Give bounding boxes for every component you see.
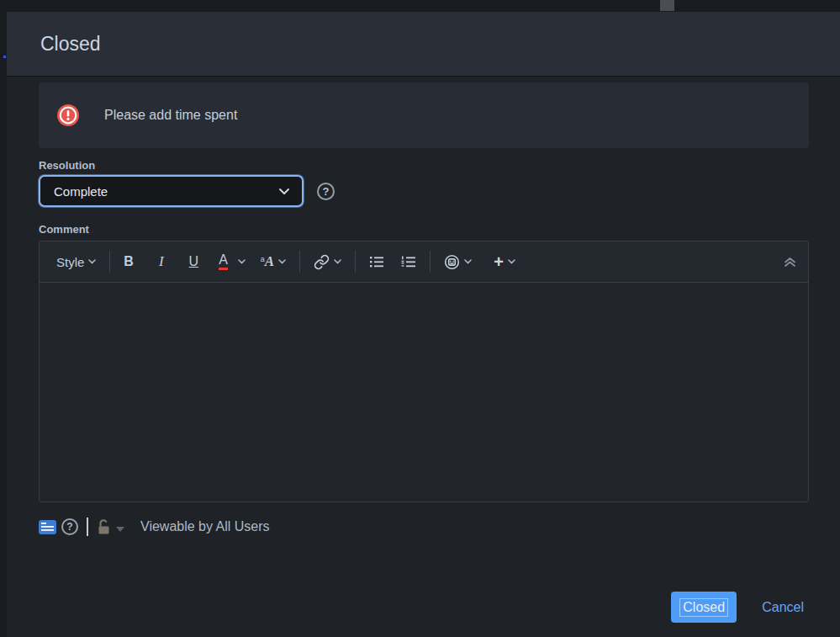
chevron-down-icon	[278, 188, 290, 195]
style-dropdown[interactable]: Style	[51, 252, 101, 273]
collapse-toolbar-icon[interactable]	[784, 257, 796, 268]
dialog-title: Closed	[40, 33, 101, 56]
chevron-down-icon	[508, 259, 515, 264]
comment-options-row: ? Viewable by All Users	[39, 518, 809, 536]
plus-icon: +	[494, 252, 504, 272]
bullet-list-icon	[369, 255, 384, 268]
comment-editor: Style B I U A a A	[39, 241, 809, 502]
comment-help-icon[interactable]: ?	[61, 518, 78, 535]
bullet-list-button[interactable]	[364, 252, 389, 272]
dialog-header: Closed	[7, 12, 840, 77]
toolbar-divider	[430, 251, 431, 273]
page-scrollbar-thumb[interactable]	[660, 0, 674, 11]
toolbar-divider	[299, 251, 300, 273]
italic-button[interactable]: I	[151, 250, 172, 273]
chevron-down-icon	[238, 259, 246, 264]
chevron-down-icon	[88, 259, 96, 264]
dialog-body: Please add time spent Resolution Complet…	[7, 77, 840, 636]
error-message: Please add time spent	[104, 108, 237, 123]
underline-button[interactable]: U	[184, 251, 204, 273]
link-icon	[314, 254, 330, 270]
comment-input[interactable]	[40, 283, 808, 502]
text-color-button[interactable]: A	[214, 250, 251, 273]
numbered-list-button[interactable]	[396, 252, 421, 272]
emoji-button[interactable]	[439, 251, 477, 273]
toolbar-divider	[355, 251, 356, 273]
divider	[87, 518, 88, 536]
bold-button[interactable]: B	[119, 251, 139, 273]
focus-artifact	[3, 56, 6, 58]
transition-dialog: Closed Please add time spent Resolution …	[7, 12, 840, 637]
unlock-icon	[96, 518, 112, 535]
dialog-footer: Closed Cancel	[671, 592, 804, 623]
comment-label: Comment	[39, 223, 809, 236]
editor-toolbar: Style B I U A a A	[40, 242, 808, 283]
chevron-down-icon	[334, 259, 341, 264]
visibility-label: Viewable by All Users	[140, 519, 270, 534]
numbered-list-icon	[401, 255, 416, 268]
resolution-label: Resolution	[39, 159, 809, 172]
emoji-icon	[444, 254, 460, 270]
error-banner: Please add time spent	[39, 82, 809, 148]
text-size-button[interactable]: a A	[256, 250, 291, 273]
comment-visibility-button[interactable]	[96, 518, 124, 535]
submit-closed-button[interactable]: Closed	[671, 592, 737, 623]
resolution-selected-value: Complete	[54, 184, 108, 199]
chevron-down-icon	[464, 259, 472, 264]
wiki-markup-icon[interactable]	[39, 520, 56, 534]
cancel-link[interactable]: Cancel	[762, 600, 804, 615]
chevron-down-icon	[278, 259, 286, 264]
link-button[interactable]	[309, 251, 346, 273]
resolution-select[interactable]: Complete	[39, 175, 304, 207]
error-icon	[57, 104, 79, 126]
chevron-down-icon	[116, 527, 124, 532]
insert-more-button[interactable]: +	[489, 249, 520, 275]
resolution-help-icon[interactable]: ?	[317, 183, 335, 200]
toolbar-divider	[109, 251, 110, 273]
